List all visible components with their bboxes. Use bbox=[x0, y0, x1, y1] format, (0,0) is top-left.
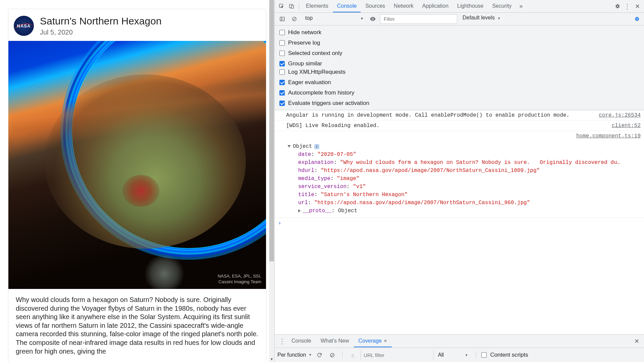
tab-network[interactable]: Network bbox=[390, 0, 418, 12]
url-filter-input[interactable] bbox=[361, 350, 430, 360]
tab-elements[interactable]: Elements bbox=[302, 0, 332, 12]
per-function-select[interactable]: Per function bbox=[277, 352, 311, 358]
drawer-tab-whatsnew[interactable]: What's New bbox=[316, 335, 354, 347]
credit-line: NASA, ESA, JPL, SSI, bbox=[218, 274, 261, 279]
clear-console-icon[interactable] bbox=[289, 14, 299, 24]
log-source-link[interactable]: client:52 bbox=[608, 122, 641, 130]
scrollbar[interactable]: ▼ bbox=[269, 0, 274, 362]
article-title: Saturn's Northern Hexagon bbox=[40, 15, 162, 27]
tab-sources[interactable]: Sources bbox=[361, 0, 389, 12]
tab-application[interactable]: Application bbox=[418, 0, 452, 12]
prop-value: "v1" bbox=[353, 184, 366, 190]
svg-rect-3 bbox=[280, 17, 284, 21]
scrollbar-thumb[interactable] bbox=[269, 0, 274, 261]
object-label: Object bbox=[293, 143, 312, 149]
console-settings-gear-icon[interactable] bbox=[632, 14, 641, 24]
tab-security[interactable]: Security bbox=[488, 0, 516, 12]
article-card: Saturn's Northern Hexagon Jul 5, 2020 NA… bbox=[8, 9, 266, 362]
context-value: top bbox=[305, 15, 313, 21]
log-source-link[interactable]: home.component.ts:19 bbox=[573, 132, 641, 140]
tab-console[interactable]: Console bbox=[333, 0, 361, 12]
reload-icon[interactable] bbox=[315, 350, 324, 360]
svg-rect-2 bbox=[291, 5, 293, 8]
levels-select[interactable]: Default levels bbox=[460, 15, 501, 23]
chk-log-xhr[interactable]: Log XMLHttpRequests bbox=[279, 69, 464, 75]
chk-eager-eval[interactable]: Eager evaluation bbox=[279, 79, 464, 86]
close-icon[interactable]: ✕ bbox=[632, 337, 641, 346]
sidebar-toggle-icon[interactable] bbox=[277, 14, 287, 24]
devtools-drawer: ⋮ Console What's New Coverage✕ ✕ Per fun… bbox=[275, 334, 644, 362]
drawer-tab-console[interactable]: Console bbox=[287, 335, 316, 347]
log-source-link[interactable]: core.js:26534 bbox=[595, 111, 641, 119]
object-header[interactable]: Objecti bbox=[287, 142, 640, 150]
export-icon[interactable] bbox=[348, 350, 357, 360]
chk-hide-network[interactable]: Hide network bbox=[279, 29, 464, 36]
live-expression-icon[interactable] bbox=[368, 14, 377, 24]
log-message: Angular is running in development mode. … bbox=[286, 111, 595, 119]
coverage-toolbar: Per function All Content scripts bbox=[275, 348, 644, 362]
scroll-down-icon[interactable]: ▼ bbox=[269, 357, 274, 362]
article-date: Jul 5, 2020 bbox=[40, 28, 162, 36]
inspect-icon[interactable] bbox=[277, 2, 286, 11]
type-filter-select[interactable]: All bbox=[433, 350, 470, 360]
article-body: Why would clouds form a hexagon on Satur… bbox=[8, 289, 266, 362]
prop-value: "Why would clouds form a hexagon on Satu… bbox=[340, 160, 620, 166]
prop-line: service_version: "v1" bbox=[298, 183, 640, 191]
device-toggle-icon[interactable] bbox=[287, 2, 296, 11]
context-select[interactable]: top bbox=[302, 15, 365, 23]
prop-value: "https://apod.nasa.gov/apod/image/2007/N… bbox=[314, 200, 530, 206]
svg-line-8 bbox=[331, 354, 333, 356]
app-content: Saturn's Northern Hexagon Jul 5, 2020 NA… bbox=[0, 0, 274, 362]
prop-proto[interactable]: __proto__: Object bbox=[298, 207, 640, 215]
gear-icon[interactable] bbox=[612, 2, 622, 11]
chk-label: Hide network bbox=[288, 29, 321, 36]
devtools-tabbar: Elements Console Sources Network Applica… bbox=[275, 0, 644, 13]
nasa-logo bbox=[14, 16, 34, 36]
prop-value: "https://apod.nasa.gov/apod/image/2007/N… bbox=[321, 168, 540, 174]
close-icon[interactable]: ✕ bbox=[384, 339, 387, 343]
article-image: NASA, ESA, JPL, SSI, Cassini Imaging Tea… bbox=[8, 41, 266, 289]
drawer-tabbar: ⋮ Console What's New Coverage✕ ✕ bbox=[275, 335, 644, 348]
clear-icon[interactable] bbox=[327, 350, 337, 360]
devtools-panel: Elements Console Sources Network Applica… bbox=[274, 0, 644, 362]
log-message: [WDS] Live Reloading enabled. bbox=[286, 122, 608, 130]
console-settings: Hide network Preserve log Selected conte… bbox=[275, 25, 644, 110]
svg-line-6 bbox=[293, 18, 295, 20]
prop-line: url: "https://apod.nasa.gov/apod/image/2… bbox=[298, 199, 640, 207]
log-row: home.component.ts:19 bbox=[275, 131, 644, 141]
prop-value: "image" bbox=[337, 176, 359, 182]
image-credit: NASA, ESA, JPL, SSI, Cassini Imaging Tea… bbox=[218, 274, 261, 285]
chk-label: Eager evaluation bbox=[288, 79, 331, 86]
chk-label: Preserve log bbox=[288, 40, 320, 46]
console-toolbar: top Default levels bbox=[275, 13, 644, 25]
chk-label: Evaluate triggers user activation bbox=[288, 100, 369, 107]
info-icon[interactable]: i bbox=[314, 144, 319, 149]
per-fn-label: Per function bbox=[277, 352, 306, 358]
filter-input[interactable] bbox=[380, 14, 457, 24]
prop-line: hdurl: "https://apod.nasa.gov/apod/image… bbox=[298, 167, 640, 175]
console-output: Angular is running in development mode. … bbox=[275, 110, 644, 334]
chk-preserve-log[interactable]: Preserve log bbox=[279, 40, 464, 46]
chk-content-scripts[interactable]: Content scripts bbox=[481, 352, 528, 358]
tab-lighthouse[interactable]: Lighthouse bbox=[453, 0, 487, 12]
chk-label: Group similar bbox=[288, 60, 322, 67]
close-icon[interactable]: ✕ bbox=[633, 2, 642, 11]
kebab-icon[interactable]: ⋮ bbox=[277, 337, 287, 346]
chk-label: Content scripts bbox=[490, 352, 528, 358]
more-tabs-icon[interactable]: » bbox=[516, 2, 526, 11]
expand-right-icon[interactable] bbox=[298, 209, 301, 213]
chk-label: Autocomplete from history bbox=[288, 89, 354, 96]
log-row: [WDS] Live Reloading enabled. client:52 bbox=[275, 121, 644, 131]
chk-selected-context[interactable]: Selected context only bbox=[279, 50, 464, 57]
chk-autocomplete[interactable]: Autocomplete from history bbox=[279, 89, 464, 96]
console-prompt[interactable]: › bbox=[275, 218, 644, 229]
kebab-icon[interactable]: ⋮ bbox=[623, 2, 632, 11]
drawer-tab-coverage[interactable]: Coverage✕ bbox=[354, 335, 392, 347]
chk-eval-triggers[interactable]: Evaluate triggers user activation bbox=[279, 100, 464, 107]
prop-line: explanation: "Why would clouds form a he… bbox=[298, 159, 640, 167]
type-filter-label: All bbox=[438, 352, 444, 358]
chk-group-similar[interactable]: Group similar bbox=[279, 60, 464, 67]
prop-value: "Saturn's Northern Hexagon" bbox=[321, 192, 408, 198]
card-header: Saturn's Northern Hexagon Jul 5, 2020 bbox=[8, 9, 266, 41]
expand-down-icon[interactable] bbox=[287, 145, 291, 147]
